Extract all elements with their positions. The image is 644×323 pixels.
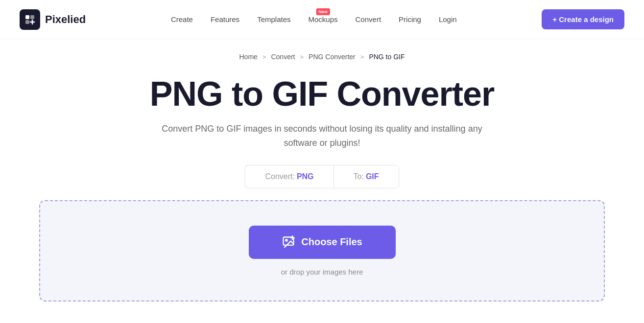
create-design-button[interactable]: + Create a design: [542, 9, 624, 29]
nav-features[interactable]: Features: [211, 15, 239, 23]
breadcrumb-convert[interactable]: Convert: [271, 53, 295, 61]
breadcrumb: Home > Convert > PNG Converter > PNG to …: [0, 53, 644, 61]
nav-templates[interactable]: Templates: [257, 15, 290, 23]
from-label: Convert:: [265, 172, 294, 181]
converter-tabs: Convert:PNG To:GIF: [20, 165, 624, 188]
main-content: PNG to GIF Converter Convert PNG to GIF …: [0, 61, 644, 301]
choose-files-label: Choose Files: [301, 236, 362, 248]
nav-mockups-container: New Mockups: [309, 15, 338, 24]
svg-rect-2: [25, 20, 29, 24]
new-badge: New: [316, 8, 330, 15]
breadcrumb-sep-1: >: [262, 53, 266, 61]
from-value: PNG: [297, 172, 314, 181]
nav-mockups[interactable]: Mockups: [309, 15, 338, 23]
logo-icon: [20, 9, 40, 30]
choose-files-button[interactable]: Choose Files: [249, 226, 396, 259]
nav-pricing[interactable]: Pricing: [399, 15, 421, 23]
to-value: GIF: [366, 172, 379, 181]
convert-from-tab[interactable]: Convert:PNG: [245, 165, 333, 188]
drop-zone[interactable]: Choose Files or drop your images here: [39, 200, 605, 301]
svg-point-4: [286, 239, 287, 241]
svg-rect-0: [25, 15, 29, 19]
breadcrumb-sep-3: >: [360, 53, 364, 61]
convert-to-tab[interactable]: To:GIF: [334, 165, 399, 188]
page-title: PNG to GIF Converter: [20, 75, 624, 113]
svg-rect-1: [30, 15, 34, 19]
logo-text: Pixelied: [45, 13, 86, 26]
logo[interactable]: Pixelied: [20, 9, 86, 30]
main-nav: Create Features Templates New Mockups Co…: [171, 15, 457, 24]
drop-hint: or drop your images here: [281, 268, 363, 276]
nav-login[interactable]: Login: [439, 15, 457, 23]
to-label: To:: [354, 172, 364, 181]
nav-create[interactable]: Create: [171, 15, 193, 23]
breadcrumb-png-converter[interactable]: PNG Converter: [309, 53, 356, 61]
breadcrumb-current: PNG to GIF: [369, 53, 405, 61]
page-subtitle: Convert PNG to GIF images in seconds wit…: [156, 122, 489, 150]
breadcrumb-home[interactable]: Home: [239, 53, 258, 61]
header: Pixelied Create Features Templates New M…: [0, 0, 644, 39]
image-add-icon: [282, 235, 295, 249]
nav-convert[interactable]: Convert: [356, 15, 382, 23]
breadcrumb-sep-2: >: [300, 53, 304, 61]
